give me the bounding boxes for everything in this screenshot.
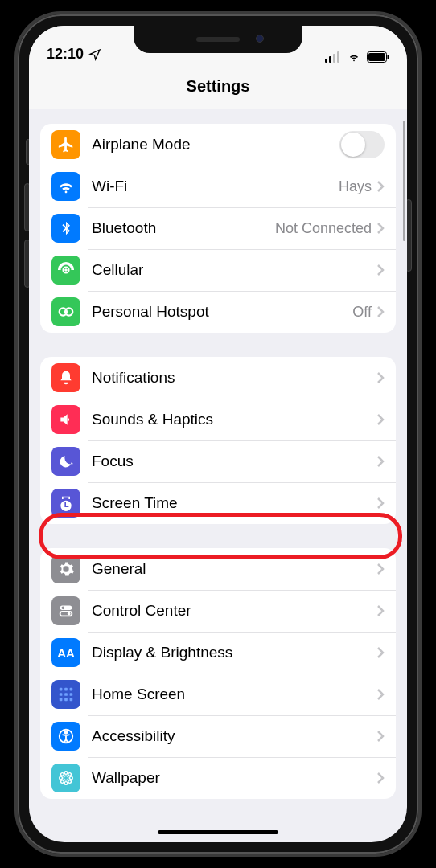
front-camera (256, 35, 264, 43)
row-value: Not Connected (275, 220, 372, 237)
row-notifications[interactable]: Notifications (40, 357, 396, 399)
row-accessibility[interactable]: Accessibility (40, 715, 396, 757)
svg-point-26 (64, 772, 68, 775)
status-time: 12:10 (47, 46, 84, 63)
row-label: Airplane Mode (92, 136, 339, 154)
scroll-indicator[interactable] (403, 121, 405, 241)
svg-point-27 (64, 782, 68, 785)
row-label: Notifications (92, 369, 376, 387)
display-brightness-icon: AA (51, 638, 80, 667)
row-label: Screen Time (92, 494, 376, 512)
wifi-settings-icon (51, 172, 80, 201)
location-icon (88, 48, 101, 61)
screen: 12:10 Settings (29, 26, 407, 842)
row-label: Cellular (92, 261, 376, 279)
cellular-icon (325, 51, 341, 63)
svg-point-32 (61, 780, 64, 784)
notifications-icon (51, 363, 80, 392)
row-airplane-mode[interactable]: Airplane Mode (40, 124, 396, 166)
home-indicator[interactable] (158, 830, 278, 834)
svg-point-12 (62, 607, 65, 610)
section-general: General Control Center AA Display & Brig… (40, 548, 396, 799)
row-label: Bluetooth (92, 219, 275, 237)
row-value: Off (352, 304, 372, 321)
svg-rect-17 (60, 693, 63, 696)
section-connectivity: Airplane Mode Wi-Fi Hays Bluetooth (40, 124, 396, 333)
row-cellular[interactable]: Cellular (40, 249, 396, 291)
chevron-right-icon (376, 772, 385, 784)
general-icon (51, 555, 80, 583)
row-wallpaper[interactable]: Wallpaper (40, 757, 396, 799)
speaker-grille (196, 37, 240, 42)
row-label: Focus (92, 452, 376, 470)
row-personal-hotspot[interactable]: Personal Hotspot Off (40, 291, 396, 333)
hotspot-icon (51, 297, 80, 326)
svg-rect-15 (64, 688, 68, 691)
chevron-right-icon (376, 264, 385, 276)
section-notifications: Notifications Sounds & Haptics Focus (40, 357, 396, 524)
airplane-toggle[interactable] (339, 131, 385, 158)
row-wifi[interactable]: Wi-Fi Hays (40, 166, 396, 207)
svg-point-29 (70, 776, 73, 780)
wallpaper-icon (51, 764, 80, 792)
svg-rect-3 (337, 51, 339, 63)
svg-rect-14 (60, 688, 63, 691)
svg-point-13 (68, 612, 71, 616)
row-display-brightness[interactable]: AA Display & Brightness (40, 632, 396, 674)
row-home-screen[interactable]: Home Screen (40, 674, 396, 715)
svg-rect-21 (64, 698, 68, 702)
accessibility-icon (51, 722, 80, 751)
svg-point-24 (65, 731, 68, 734)
row-focus[interactable]: Focus (40, 440, 396, 482)
row-sounds-haptics[interactable]: Sounds & Haptics (40, 399, 396, 440)
focus-icon (51, 447, 80, 476)
chevron-right-icon (376, 563, 385, 575)
svg-rect-5 (368, 53, 385, 61)
chevron-right-icon (376, 222, 385, 235)
svg-rect-2 (333, 54, 335, 63)
svg-rect-19 (70, 693, 73, 696)
svg-rect-6 (388, 55, 389, 59)
chevron-right-icon (376, 730, 385, 743)
svg-rect-20 (60, 698, 63, 702)
svg-point-25 (64, 776, 68, 780)
svg-rect-0 (325, 59, 327, 63)
control-center-icon (51, 596, 80, 625)
svg-point-7 (64, 268, 68, 272)
row-label: Personal Hotspot (92, 303, 352, 321)
chevron-right-icon (376, 455, 385, 468)
settings-list[interactable]: Airplane Mode Wi-Fi Hays Bluetooth (29, 109, 407, 842)
row-general[interactable]: General (40, 548, 396, 590)
home-screen-icon (51, 680, 80, 709)
row-label: Wallpaper (92, 769, 376, 787)
svg-rect-22 (70, 698, 73, 702)
row-label: Accessibility (92, 727, 376, 745)
row-label: General (92, 560, 376, 578)
chevron-right-icon (376, 688, 385, 701)
svg-point-31 (68, 773, 72, 776)
row-label: Display & Brightness (92, 644, 376, 661)
chevron-right-icon (376, 180, 385, 193)
svg-point-33 (68, 780, 72, 784)
svg-rect-1 (329, 56, 331, 63)
svg-rect-18 (64, 693, 68, 696)
cellular-settings-icon (51, 256, 80, 285)
notch (134, 26, 302, 53)
row-label: Home Screen (92, 686, 376, 703)
chevron-right-icon (376, 646, 385, 659)
battery-icon (367, 51, 389, 63)
svg-rect-16 (70, 688, 73, 691)
row-label: Sounds & Haptics (92, 411, 376, 428)
wifi-icon (346, 51, 362, 63)
chevron-right-icon (376, 371, 385, 384)
row-screen-time[interactable]: Screen Time (40, 482, 396, 524)
row-value: Hays (339, 178, 372, 195)
chevron-right-icon (376, 604, 385, 617)
bluetooth-icon (51, 214, 80, 243)
row-control-center[interactable]: Control Center (40, 590, 396, 632)
chevron-right-icon (376, 497, 385, 510)
row-bluetooth[interactable]: Bluetooth Not Connected (40, 207, 396, 249)
screen-time-icon (51, 489, 80, 518)
svg-point-28 (60, 776, 63, 780)
airplane-icon (51, 130, 80, 159)
